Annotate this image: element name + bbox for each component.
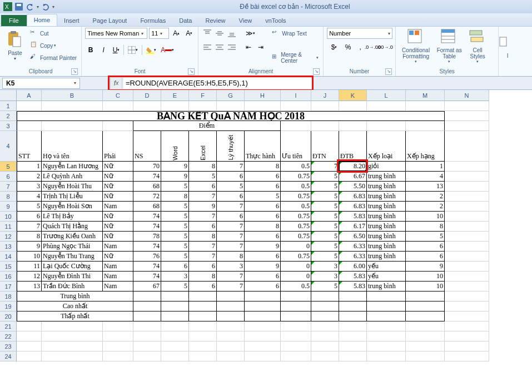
cell[interactable]: Nguyễn Đình Thi bbox=[42, 272, 103, 282]
cell[interactable]: trung bình bbox=[367, 242, 406, 252]
row-header-18[interactable]: 18 bbox=[0, 292, 17, 301]
cell[interactable]: trung bình bbox=[367, 172, 406, 182]
cell[interactable]: Lý thuyết bbox=[217, 131, 245, 162]
cell[interactable]: 8.20 bbox=[339, 162, 367, 172]
cell[interactable] bbox=[311, 101, 339, 111]
cell[interactable]: 5 bbox=[161, 282, 189, 292]
tab-page-layout[interactable]: Page Layout bbox=[86, 15, 134, 26]
cell[interactable]: 5.83 bbox=[339, 272, 367, 282]
percent-button[interactable]: % bbox=[342, 42, 354, 53]
cell[interactable] bbox=[311, 331, 339, 341]
cell[interactable] bbox=[161, 292, 189, 301]
cell[interactable] bbox=[445, 212, 489, 222]
cell[interactable] bbox=[339, 292, 367, 301]
align-bottom-button[interactable] bbox=[226, 28, 237, 39]
cell[interactable] bbox=[445, 121, 489, 131]
cell[interactable] bbox=[339, 351, 367, 361]
cell[interactable] bbox=[245, 292, 281, 301]
cell[interactable]: Nữ bbox=[103, 212, 133, 222]
accounting-button[interactable]: $▾ bbox=[327, 42, 341, 53]
cell[interactable]: 0 bbox=[281, 242, 311, 252]
cell[interactable]: trung bình bbox=[367, 282, 406, 292]
cell[interactable]: Họ và tên bbox=[42, 131, 103, 162]
cell[interactable] bbox=[406, 292, 445, 301]
cell[interactable]: 7 bbox=[189, 212, 217, 222]
cell[interactable] bbox=[445, 222, 489, 232]
cell[interactable] bbox=[17, 341, 42, 351]
cell[interactable] bbox=[311, 351, 339, 361]
cell[interactable]: 8 bbox=[189, 272, 217, 282]
cell[interactable]: 10 bbox=[17, 252, 42, 262]
cell[interactable]: 7 bbox=[311, 162, 339, 172]
cell[interactable] bbox=[445, 192, 489, 202]
cell[interactable]: Nguyễn Thu Trang bbox=[42, 252, 103, 262]
cell[interactable]: Nam bbox=[103, 202, 133, 212]
cell[interactable]: 5 bbox=[161, 242, 189, 252]
col-header-K[interactable]: K bbox=[339, 90, 367, 101]
row-header-9[interactable]: 9 bbox=[0, 202, 17, 212]
cell[interactable] bbox=[311, 311, 339, 321]
cell[interactable]: 7 bbox=[17, 222, 42, 232]
cell[interactable] bbox=[406, 351, 445, 361]
cell[interactable]: 6.00 bbox=[339, 262, 367, 272]
cell[interactable] bbox=[445, 232, 489, 242]
cell[interactable] bbox=[133, 301, 161, 311]
cell[interactable]: 5 bbox=[406, 232, 445, 242]
cell[interactable]: 0.75 bbox=[281, 192, 311, 202]
fx-button[interactable]: fx bbox=[110, 78, 122, 89]
cell[interactable]: Nữ bbox=[103, 172, 133, 182]
cell[interactable] bbox=[217, 331, 245, 341]
cell[interactable] bbox=[245, 351, 281, 361]
cell[interactable] bbox=[103, 351, 133, 361]
decrease-decimal-button[interactable]: .00→.0 bbox=[379, 42, 390, 53]
cell[interactable]: 8 bbox=[245, 162, 281, 172]
formula-bar[interactable]: =ROUND(AVERAGE(E5:H5,E5,F5),1) bbox=[123, 78, 312, 89]
cell[interactable]: 6.33 bbox=[339, 252, 367, 262]
cell[interactable]: 5.83 bbox=[339, 282, 367, 292]
font-color-button[interactable]: A▾ bbox=[160, 44, 175, 56]
cell[interactable]: Phùng Ngọc Thái bbox=[42, 242, 103, 252]
cell[interactable]: 6 bbox=[245, 272, 281, 282]
cell[interactable]: trung bình bbox=[367, 232, 406, 242]
cell[interactable] bbox=[133, 311, 161, 321]
increase-indent-button[interactable]: ⇥ bbox=[255, 42, 266, 53]
cell[interactable]: 7 bbox=[217, 202, 245, 212]
orientation-button[interactable]: ≫▾ bbox=[243, 28, 257, 39]
select-all-corner[interactable] bbox=[0, 90, 17, 101]
cell[interactable]: Trần Đức Bình bbox=[42, 282, 103, 292]
cell[interactable]: 7 bbox=[217, 232, 245, 242]
cell[interactable]: 0 bbox=[281, 272, 311, 282]
copy-button[interactable]: 📋Copy▾ bbox=[29, 40, 78, 51]
cell[interactable]: 6 bbox=[189, 282, 217, 292]
cell[interactable] bbox=[406, 301, 445, 311]
cell[interactable] bbox=[245, 331, 281, 341]
cell[interactable]: 9 bbox=[161, 162, 189, 172]
tab-vntools[interactable]: vnTools bbox=[258, 15, 292, 26]
font-name-combo[interactable]: Times New Roman▾ bbox=[85, 28, 147, 39]
cell[interactable]: Lại Quốc Cường bbox=[42, 262, 103, 272]
cell[interactable]: 6 bbox=[217, 212, 245, 222]
cell[interactable] bbox=[17, 321, 42, 331]
cell[interactable]: 3 bbox=[311, 262, 339, 272]
cell[interactable] bbox=[406, 121, 445, 131]
cell[interactable] bbox=[406, 331, 445, 341]
cell[interactable]: 9 bbox=[245, 262, 281, 272]
cell[interactable]: 5 bbox=[189, 172, 217, 182]
cell[interactable]: 0.75 bbox=[281, 222, 311, 232]
cell[interactable] bbox=[445, 111, 489, 121]
align-middle-button[interactable] bbox=[214, 28, 225, 39]
cell[interactable]: 7 bbox=[217, 222, 245, 232]
cell[interactable]: 8 bbox=[245, 222, 281, 232]
row-header-22[interactable]: 22 bbox=[0, 331, 17, 341]
cell[interactable] bbox=[367, 341, 406, 351]
row-header-6[interactable]: 6 bbox=[0, 172, 17, 182]
cell[interactable] bbox=[189, 351, 217, 361]
cell[interactable]: 6 bbox=[189, 222, 217, 232]
cell[interactable]: 10 bbox=[406, 212, 445, 222]
cell[interactable]: 8 bbox=[189, 232, 217, 242]
cell[interactable] bbox=[339, 101, 367, 111]
cell[interactable]: 0.5 bbox=[281, 282, 311, 292]
cell[interactable]: 67 bbox=[133, 282, 161, 292]
cell[interactable] bbox=[445, 272, 489, 282]
cell[interactable]: 0.75 bbox=[281, 172, 311, 182]
